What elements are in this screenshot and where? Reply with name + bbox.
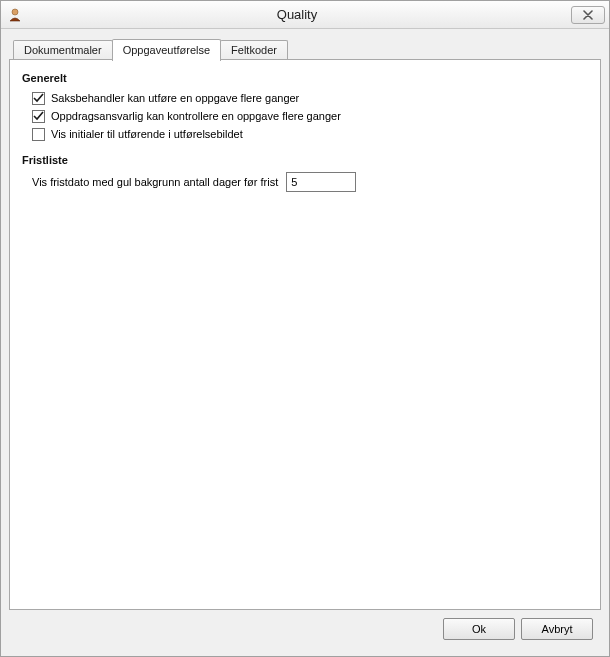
checkbox-label: Vis initialer til utførende i utførelseb…: [51, 126, 243, 142]
deadline-field-label: Vis fristdato med gul bakgrunn antall da…: [32, 176, 278, 188]
tab-label: Feltkoder: [231, 44, 277, 56]
tab-label: Dokumentmaler: [24, 44, 102, 56]
tab-panel: Generelt Saksbehandler kan utføre en opp…: [9, 59, 601, 610]
checkbox-icon: [32, 92, 45, 105]
tabstrip: Dokumentmaler Oppgaveutførelse Feltkoder: [9, 37, 601, 59]
checkbox-icon: [32, 128, 45, 141]
option-vis-initialer[interactable]: Vis initialer til utførende i utførelseb…: [32, 126, 588, 142]
cancel-button[interactable]: Avbryt: [521, 618, 593, 640]
client-area: Dokumentmaler Oppgaveutførelse Feltkoder…: [1, 29, 609, 656]
quality-dialog: Quality Dokumentmaler Oppgaveutførelse F…: [0, 0, 610, 657]
close-button[interactable]: [571, 6, 605, 24]
button-bar: Ok Avbryt: [9, 610, 601, 648]
window-title: Quality: [23, 7, 571, 22]
close-icon: [582, 10, 594, 20]
deadline-days-input[interactable]: [286, 172, 356, 192]
option-saksbehandler[interactable]: Saksbehandler kan utføre en oppgave fler…: [32, 90, 588, 106]
section-header-general: Generelt: [22, 72, 588, 84]
app-icon: [7, 7, 23, 23]
checkbox-label: Oppdragsansvarlig kan kontrollere en opp…: [51, 108, 341, 124]
titlebar: Quality: [1, 1, 609, 29]
tab-feltkoder[interactable]: Feltkoder: [220, 40, 288, 60]
deadline-field-row: Vis fristdato med gul bakgrunn antall da…: [32, 172, 588, 192]
tab-label: Oppgaveutførelse: [123, 44, 210, 56]
checkbox-label: Saksbehandler kan utføre en oppgave fler…: [51, 90, 299, 106]
checkbox-icon: [32, 110, 45, 123]
tab-dokumentmaler[interactable]: Dokumentmaler: [13, 40, 113, 60]
tab-oppgaveutforelse[interactable]: Oppgaveutførelse: [112, 39, 221, 61]
option-oppdragsansvarlig[interactable]: Oppdragsansvarlig kan kontrollere en opp…: [32, 108, 588, 124]
section-header-deadline: Fristliste: [22, 154, 588, 166]
svg-point-0: [12, 9, 18, 15]
ok-button[interactable]: Ok: [443, 618, 515, 640]
